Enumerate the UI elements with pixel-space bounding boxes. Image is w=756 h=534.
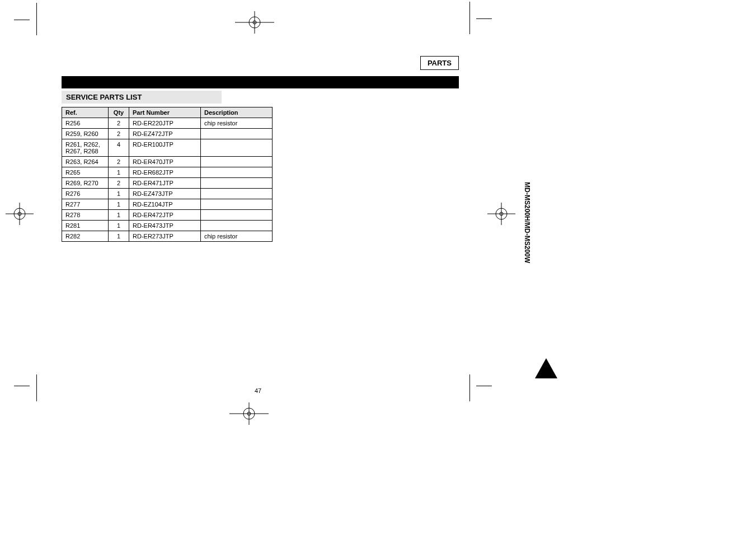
cell-ref: R256	[62, 118, 109, 129]
cell-desc	[201, 139, 273, 157]
table-row: R2651RD-ER682JTP	[62, 167, 273, 178]
table-row: R2781RD-ER472JTP	[62, 210, 273, 221]
spine-marker	[535, 358, 557, 378]
table-row: R2811RD-ER473JTP	[62, 221, 273, 231]
cell-desc	[201, 178, 273, 189]
cell-qty: 1	[109, 199, 129, 210]
cell-desc	[201, 157, 273, 167]
cell-qty: 2	[109, 178, 129, 189]
cell-part: RD-ER220JTP	[129, 118, 201, 129]
cell-part: RD-ER100JTP	[129, 139, 201, 157]
table-row: R263, R2642RD-ER470JTP	[62, 157, 273, 167]
table-header-row: Ref. Qty Part Number Description	[62, 107, 273, 118]
page-content: PARTS SERVICE PARTS LIST Ref. Qty Part N…	[62, 56, 459, 242]
cell-part: RD-ER470JTP	[129, 157, 201, 167]
cell-desc	[201, 199, 273, 210]
cell-ref: R277	[62, 199, 109, 210]
cell-desc	[201, 189, 273, 199]
cell-desc	[201, 129, 273, 139]
cell-part: RD-EZ472JTP	[129, 129, 201, 139]
cell-qty: 2	[109, 129, 129, 139]
cell-qty: 1	[109, 189, 129, 199]
cell-qty: 1	[109, 210, 129, 221]
cropmark-icon	[458, 374, 492, 408]
cell-part: RD-EZ473JTP	[129, 189, 201, 199]
table-row: R269, R2702RD-ER471JTP	[62, 178, 273, 189]
cropmark-icon	[14, 374, 48, 408]
cell-ref: R259, R260	[62, 129, 109, 139]
cell-part: RD-ER682JTP	[129, 167, 201, 178]
registration-icon	[235, 11, 274, 34]
cell-ref: R261, R262, R267, R268	[62, 139, 109, 157]
model-label: MD-MS200H/MD-MS200W	[523, 182, 531, 263]
cell-desc	[201, 167, 273, 178]
cell-desc	[201, 221, 273, 231]
cell-qty: 4	[109, 139, 129, 157]
col-ref: Ref.	[62, 107, 109, 118]
col-desc: Description	[201, 107, 273, 118]
cell-ref: R263, R264	[62, 157, 109, 167]
cell-part: RD-ER472JTP	[129, 210, 201, 221]
cell-qty: 2	[109, 118, 129, 129]
cell-ref: R265	[62, 167, 109, 178]
header-band	[62, 76, 459, 88]
table-row: R2771RD-EZ104JTP	[62, 199, 273, 210]
cell-qty: 1	[109, 221, 129, 231]
cell-ref: R281	[62, 221, 109, 231]
cell-ref: R282	[62, 231, 109, 242]
registration-icon	[229, 402, 269, 425]
table-row: R2562RD-ER220JTPchip resistor	[62, 118, 273, 129]
cell-qty: 2	[109, 157, 129, 167]
cell-qty: 1	[109, 231, 129, 242]
col-part: Part Number	[129, 107, 201, 118]
cell-desc: chip resistor	[201, 118, 273, 129]
cropmark-icon	[458, 2, 492, 35]
cropmark-icon	[14, 3, 48, 36]
registration-icon	[487, 203, 515, 225]
cell-ref: R276	[62, 189, 109, 199]
table-row: R259, R2602RD-EZ472JTP	[62, 129, 273, 139]
table-row: R261, R262, R267, R2684RD-ER100JTP	[62, 139, 273, 157]
cell-part: RD-ER273JTP	[129, 231, 201, 242]
section-tab: PARTS	[420, 56, 459, 70]
triangle-up-icon	[535, 358, 557, 378]
section-title: SERVICE PARTS LIST	[62, 91, 222, 104]
cell-part: RD-ER473JTP	[129, 221, 201, 231]
cell-qty: 1	[109, 167, 129, 178]
table-row: R2821RD-ER273JTPchip resistor	[62, 231, 273, 242]
parts-table: Ref. Qty Part Number Description R2562RD…	[62, 107, 273, 242]
cell-part: RD-ER471JTP	[129, 178, 201, 189]
page-canvas: PARTS SERVICE PARTS LIST Ref. Qty Part N…	[0, 0, 756, 534]
cell-part: RD-EZ104JTP	[129, 199, 201, 210]
cell-ref: R269, R270	[62, 178, 109, 189]
registration-icon	[6, 203, 34, 225]
cell-desc	[201, 210, 273, 221]
cell-ref: R278	[62, 210, 109, 221]
page-number: 47	[255, 387, 261, 394]
col-qty: Qty	[109, 107, 129, 118]
table-row: R2761RD-EZ473JTP	[62, 189, 273, 199]
cell-desc: chip resistor	[201, 231, 273, 242]
